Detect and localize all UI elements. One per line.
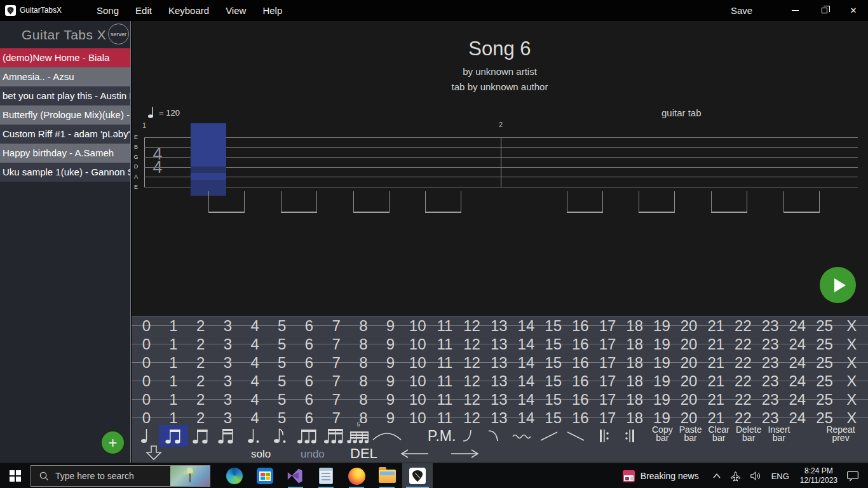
fret-button-14[interactable]: 14 (513, 353, 540, 372)
play-button[interactable] (820, 267, 856, 303)
fret-button-11[interactable]: 11 (431, 335, 459, 353)
fret-button-21[interactable]: 21 (702, 353, 729, 372)
fret-button-15[interactable]: 15 (539, 316, 567, 335)
fret-button-11[interactable]: 11 (431, 316, 459, 335)
fret-button-10[interactable]: 10 (404, 372, 431, 390)
insert-column-button[interactable] (145, 445, 163, 463)
fret-button-22[interactable]: 22 (729, 335, 757, 353)
fret-button-7[interactable]: 7 (323, 316, 350, 335)
fret-button-12[interactable]: 12 (458, 372, 485, 390)
fret-button-8[interactable]: 8 (350, 316, 377, 335)
fret-button-3[interactable]: 3 (214, 335, 241, 353)
fret-button-24[interactable]: 24 (784, 335, 811, 353)
fret-button-6[interactable]: 6 (295, 353, 323, 372)
fret-button-12[interactable]: 12 (458, 390, 485, 409)
fret-button-25[interactable]: 25 (811, 335, 838, 353)
fret-button-8[interactable]: 8 (350, 372, 377, 390)
fret-button-16[interactable]: 16 (567, 390, 594, 409)
fret-button-12[interactable]: 12 (458, 316, 485, 335)
fret-button-23[interactable]: 23 (757, 353, 784, 372)
fret-button-12[interactable]: 12 (458, 335, 485, 353)
fret-button-17[interactable]: 17 (594, 409, 621, 427)
fret-button-8[interactable]: 8 (350, 409, 377, 427)
fret-button-11[interactable]: 11 (431, 409, 459, 427)
fret-button-0[interactable]: 0 (133, 316, 160, 335)
fret-button-1[interactable]: 1 (160, 390, 187, 409)
fret-button-16[interactable]: 16 (567, 409, 594, 427)
fret-button-15[interactable]: 15 (539, 390, 567, 409)
undo-button[interactable]: undo (301, 448, 325, 461)
fret-button-22[interactable]: 22 (729, 316, 757, 335)
fret-button-6[interactable]: 6 (295, 316, 323, 335)
fret-button-0[interactable]: 0 (133, 409, 160, 427)
fret-button-19[interactable]: 19 (648, 316, 675, 335)
restore-button[interactable] (810, 0, 839, 21)
taskbar-search[interactable]: Type here to search (31, 465, 210, 487)
song-author[interactable]: tab by unknown author (132, 81, 868, 92)
menu-item-keyboard[interactable]: Keyboard (168, 5, 209, 16)
fret-button-11[interactable]: 11 (431, 372, 459, 390)
fret-button-11[interactable]: 11 (431, 353, 459, 372)
fret-button-22[interactable]: 22 (729, 372, 757, 390)
fret-button-14[interactable]: 14 (513, 390, 540, 409)
fret-button-18[interactable]: 18 (621, 390, 648, 409)
fret-button-5[interactable]: 5 (268, 372, 295, 390)
tray-chevron-up-icon[interactable] (712, 473, 721, 479)
fret-button-1[interactable]: 1 (160, 409, 187, 427)
taskbar-edge-button[interactable] (219, 463, 250, 488)
fret-button-24[interactable]: 24 (784, 390, 811, 409)
fret-button-23[interactable]: 23 (757, 316, 784, 335)
fret-button-16[interactable]: 16 (567, 372, 594, 390)
fret-button-23[interactable]: 23 (757, 335, 784, 353)
fret-button-20[interactable]: 20 (675, 372, 703, 390)
fret-button-19[interactable]: 19 (648, 390, 675, 409)
fret-button-1[interactable]: 1 (160, 372, 187, 390)
song-list-item[interactable]: Uku sample 1(uke) - Gannon Swa (0, 163, 130, 182)
fret-button-4[interactable]: 4 (241, 372, 269, 390)
fret-button-5[interactable]: 5 (268, 390, 295, 409)
beat-selection-cursor[interactable] (191, 123, 226, 196)
repeat-prev-button[interactable]: Repeatprev (826, 426, 855, 442)
fret-button-2[interactable]: 2 (187, 335, 214, 353)
fret-button-9[interactable]: 9 (377, 390, 404, 409)
fret-button-7[interactable]: 7 (323, 335, 350, 353)
fret-button-2[interactable]: 2 (187, 409, 214, 427)
quintuplet-button[interactable]: 5 (346, 425, 370, 447)
insert-bar-button[interactable]: Insertbar (768, 426, 790, 442)
fret-button-18[interactable]: 18 (621, 372, 648, 390)
menu-item-song[interactable]: Song (97, 5, 119, 16)
fret-button-14[interactable]: 14 (513, 335, 540, 353)
fret-button-25[interactable]: 25 (811, 353, 838, 372)
taskbar-vs-button[interactable] (280, 463, 311, 488)
save-button[interactable]: Save (731, 5, 752, 16)
fret-button-21[interactable]: 21 (702, 316, 729, 335)
bend-up-button[interactable] (463, 425, 474, 447)
fret-button-X[interactable]: X (838, 335, 865, 353)
fret-button-5[interactable]: 5 (268, 353, 295, 372)
taskbar-store-button[interactable] (250, 463, 280, 488)
song-title[interactable]: Song 6 (132, 37, 868, 60)
fret-button-10[interactable]: 10 (404, 390, 431, 409)
fret-button-8[interactable]: 8 (350, 353, 377, 372)
minimize-button[interactable] (780, 0, 810, 21)
song-list-item[interactable]: Custom Riff #1 - adam 'pLəby" (0, 125, 130, 144)
triplet-sixteenth-button[interactable] (323, 425, 345, 447)
fret-button-24[interactable]: 24 (784, 372, 811, 390)
fret-button-7[interactable]: 7 (323, 372, 350, 390)
fret-button-5[interactable]: 5 (268, 335, 295, 353)
palm-mute-button[interactable]: P.M. (428, 428, 456, 445)
fret-button-25[interactable]: 25 (811, 372, 838, 390)
news-icon[interactable] (623, 470, 635, 482)
fret-button-12[interactable]: 12 (458, 409, 485, 427)
fret-button-9[interactable]: 9 (377, 353, 404, 372)
fret-button-4[interactable]: 4 (241, 390, 269, 409)
fret-button-9[interactable]: 9 (377, 409, 404, 427)
fret-button-13[interactable]: 13 (485, 316, 513, 335)
fret-button-24[interactable]: 24 (784, 316, 811, 335)
news-label[interactable]: Breaking news (641, 471, 699, 481)
fret-button-19[interactable]: 19 (648, 335, 675, 353)
fret-button-7[interactable]: 7 (323, 390, 350, 409)
quarter-note-button[interactable] (135, 425, 153, 447)
fret-button-4[interactable]: 4 (241, 316, 269, 335)
fret-button-16[interactable]: 16 (567, 335, 594, 353)
